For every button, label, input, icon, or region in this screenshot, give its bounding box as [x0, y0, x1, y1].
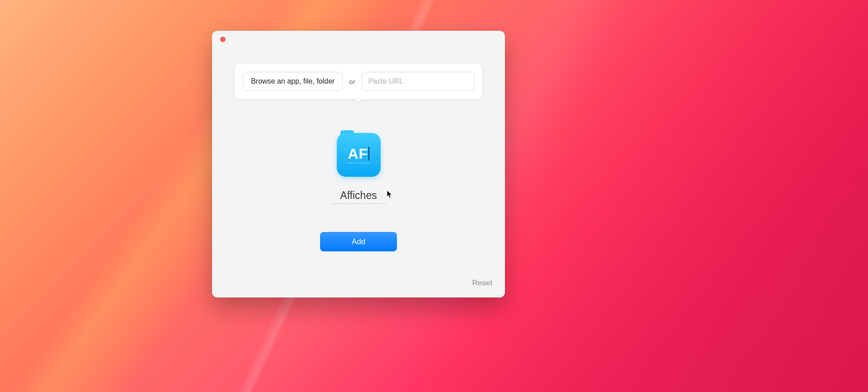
close-window-button[interactable] — [220, 37, 226, 42]
url-input[interactable] — [362, 72, 474, 91]
icon-text-input[interactable]: AF — [348, 146, 368, 161]
input-panel: Browse an app, file, folder or — [235, 64, 482, 99]
folder-icon: AF — [337, 133, 381, 177]
preview-area: AF Affiches Add — [212, 133, 505, 251]
editable-underline — [331, 203, 386, 204]
browse-button[interactable]: Browse an app, file, folder — [243, 72, 343, 91]
reset-button[interactable]: Reset — [472, 279, 492, 288]
app-window: Browse an app, file, folder or AF Affich… — [212, 31, 505, 298]
or-separator: or — [349, 78, 355, 85]
text-cursor — [368, 147, 369, 161]
icon-preview[interactable]: AF — [337, 133, 381, 177]
window-titlebar[interactable] — [212, 31, 505, 48]
item-name-field[interactable]: Affiches — [340, 189, 377, 202]
editable-underline — [346, 163, 371, 163]
add-button[interactable]: Add — [320, 232, 397, 251]
